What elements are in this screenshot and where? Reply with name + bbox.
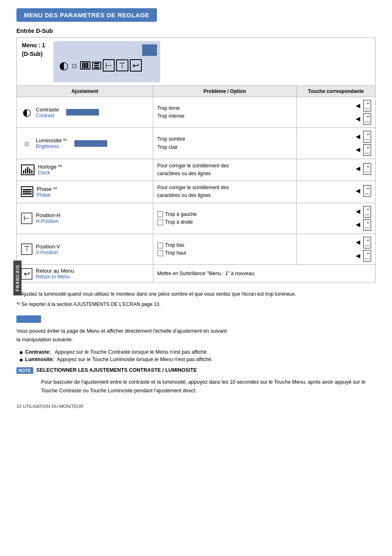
header-title: MENU DES PARAMETRES DE REGLAGE [24,12,150,19]
column-headers-row: Ajustement Problème / Option Touche corr… [17,86,376,97]
vpos-icon: ⊢ [116,60,128,72]
table-row: ☼ Luminosite *¹ Brightness Trop sombreTr… [17,128,376,159]
bullet-list: Contraste: Appuyez sur le Touche Contras… [16,349,376,362]
col-header-key: Touche correspondante [296,86,375,97]
return-sub-name: Return to Menu [36,274,74,280]
clock-keys: ◄ +— [296,159,375,181]
hpos-icon: ⊢ [103,59,115,72]
preview-color-box [142,44,157,56]
table-row: Phase *² Phase Pour corriger le scintill… [17,181,376,203]
table-row: Horloge *² Clock Pour corriger le scinti… [17,159,376,181]
brightness-icon: ☼ [70,60,78,71]
vpos-sub-name: V-Position [36,250,60,255]
brightness-sub-name: Brightness [36,144,67,149]
footnote-2: *² Se reporter à la section AJUSTEMENTS … [16,301,376,308]
return-adj-icon: ↩ [21,268,32,280]
contrast-adj-icon: ◐ [21,107,32,118]
vpos-main-name: Position-V [36,243,60,250]
hpos-adj-icon: ⊢ [21,213,32,224]
contrast-main-name: Contraste [36,107,59,113]
note-section: NOTE SELECTIONNER LES AJUSTEMENTS CONTRA… [16,367,376,374]
page-header-box: MENU DES PARAMETRES DE REGLAGE [16,8,157,22]
footnotes: *¹ Ajustez la luminosité quand vous util… [16,290,376,308]
clock-adj-icon [21,164,35,175]
tip-indicator-box [16,315,41,323]
icon-bar: ◐ ☼ [59,59,142,72]
hpos-keys: ◄ +— ◄ +— [296,203,375,234]
contrast-color-bar [66,109,99,116]
contrast-keys: ◄ +— ◄ +— [296,97,375,128]
return-main-name: Retour au Menu [36,268,74,274]
bullet-text: Luminosite: Appuyez sur le Touche Lumino… [25,357,212,362]
hpos-main-name: Position-H [36,212,60,218]
table-row: ↩ Retour au Menu Return to Menu Mettre e… [17,265,376,283]
brightness-problem: Trop sombreTrop clair [153,128,296,159]
vpos-adj-icon: ⊢ [21,243,32,255]
footnote-1: *¹ Ajustez la luminosité quand vous util… [16,290,376,298]
table-row: ◐ Contraste Contrast Trop terneTrop inte… [17,97,376,128]
menu-preview-row: Menu : 1 (D-Sub) ◐ ☼ [17,38,376,86]
vpos-problem: Trop bas Trop haut [153,234,296,264]
hpos-sub-name: H-Position [36,218,60,224]
return-icon: ↩ [130,59,142,72]
phase-sub-name: Phase [37,192,57,198]
brightness-adj-icon: ☼ [21,139,32,148]
preview-area: ◐ ☼ [53,41,160,82]
brightness-main-name: Luminosite *¹ [36,137,67,144]
brightness-keys: ◄ +— ◄ +— [296,128,375,159]
phase-problem: Pour corriger le scintillement descaract… [153,181,296,203]
contrast-sub-name: Contrast [36,113,59,118]
note-body: Pour basculer de l'ajustement entre le c… [16,378,376,396]
phase-adj-icon [21,186,33,197]
phase-keys: ◄ +— [296,181,375,203]
main-settings-table: Menu : 1 (D-Sub) ◐ ☼ [16,37,376,283]
clock-icon [80,61,90,70]
menu-label: Menu : 1 (D-Sub) [22,41,45,58]
tip-text: Vous pouvez éviter la page de Menu et af… [16,327,376,345]
sidebar-label: FRANCAIS [13,261,21,296]
list-item: Luminosite: Appuyez sur le Touche Lumino… [20,357,376,362]
contrast-icon: ◐ [59,59,69,72]
clock-problem: Pour corriger le scintillement descaract… [153,159,296,181]
note-label: NOTE [16,367,33,374]
col-header-adjustment: Ajustement [17,86,153,97]
contrast-problem: Trop terneTrop intense [153,97,296,128]
page-footer: 10 UTILISATION DU MONITEUR [16,404,376,409]
clock-sub-name: Clock [38,170,62,176]
table-row: ⊢ Position-V V-Position Trop bas Trop ha… [17,234,376,264]
bullet-icon [20,351,23,354]
phase-icon [92,62,101,70]
vpos-keys: ◄ +— ◄ +— [296,234,375,264]
clock-main-name: Horloge *² [38,164,62,170]
bullet-text: Contraste: Appuyez sur le Touche Contras… [25,349,208,355]
col-header-problem: Problème / Option [153,86,296,97]
brightness-color-bar [74,140,107,147]
hpos-problem: Trop à gauche Trop à droite [153,203,296,234]
note-title: SELECTIONNER LES AJUSTEMENTS CONTRASTE /… [37,367,197,373]
entree-label: Entrée D-Sub [16,28,376,34]
phase-main-name: Phase *² [37,186,57,192]
return-problem: Mettre en Surbrillance "Menu : 1" à nouv… [153,265,375,283]
bullet-icon [20,359,23,361]
table-row: ⊢ Position-H H-Position Trop à gauche Tr… [17,203,376,234]
list-item: Contraste: Appuyez sur le Touche Contras… [20,349,376,355]
